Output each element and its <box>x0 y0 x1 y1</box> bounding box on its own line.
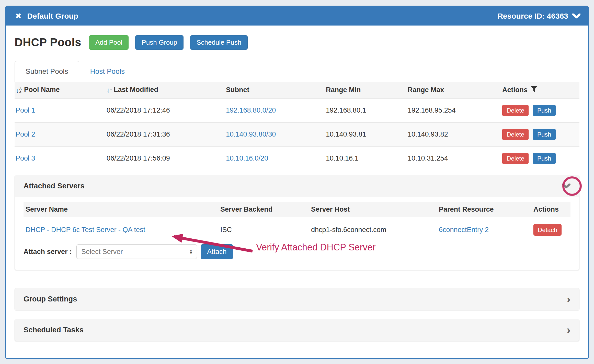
header-server-backend: Server Backend <box>218 202 309 217</box>
pool-modified: 06/22/2018 17:56:09 <box>104 146 223 170</box>
table-row-pool-3: Pool 3 06/22/2018 17:56:09 10.10.16.0/20… <box>15 146 579 170</box>
delete-pool-button[interactable]: Delete <box>502 129 529 140</box>
resource-id-label: Resource ID: 46363 <box>497 12 568 20</box>
pool-range-max: 10.140.93.82 <box>405 122 500 146</box>
group-settings-panel: Group Settings › <box>15 288 579 310</box>
attached-servers-header[interactable]: Attached Servers <box>15 175 579 197</box>
attach-button[interactable]: Attach <box>201 244 233 259</box>
pool-name-link[interactable]: Pool 1 <box>16 106 35 114</box>
server-backend: ISC <box>218 217 309 240</box>
attached-servers-panel: Attached Servers Server <box>15 175 579 270</box>
header-range-min: Range Min <box>323 82 405 98</box>
pool-name-link[interactable]: Pool 3 <box>16 154 35 162</box>
tab-subnet-pools[interactable]: Subnet Pools <box>15 61 79 82</box>
page-title: DHCP Pools <box>15 36 81 49</box>
header-server-actions: Actions <box>531 202 570 217</box>
server-host: dhcp1-sfo.6connect.com <box>309 217 436 240</box>
header-subnet: Subnet <box>223 82 323 98</box>
pool-range-min: 10.10.16.1 <box>323 146 405 170</box>
add-pool-button[interactable]: Add Pool <box>89 35 129 50</box>
header-range-max: Range Max <box>405 82 500 98</box>
close-icon[interactable]: ✖ <box>15 11 21 20</box>
scheduled-tasks-panel: Scheduled Tasks › <box>15 319 579 341</box>
attach-server-row: Attach server : Select Server ▲▼ Attach <box>24 244 570 259</box>
table-row-pool-1: Pool 1 06/22/2018 17:12:46 192.168.80.0/… <box>15 98 579 122</box>
header-server-host: Server Host <box>309 202 436 217</box>
pools-table-header-row: ↓AZPool Name ↓↑Last Modified Subnet Rang… <box>15 82 579 98</box>
group-header-bar: ✖ Default Group Resource ID: 46363 <box>6 6 588 26</box>
group-settings-header[interactable]: Group Settings › <box>15 288 579 310</box>
push-pool-button[interactable]: Push <box>533 105 556 116</box>
chevron-right-icon[interactable]: › <box>567 326 574 334</box>
pool-range-min: 10.140.93.81 <box>323 122 405 146</box>
attached-servers-title: Attached Servers <box>24 182 85 190</box>
header-last-modified[interactable]: ↓↑Last Modified <box>104 82 223 98</box>
header-chevron-down-icon[interactable] <box>572 14 580 19</box>
pool-tabs: Subnet Pools Host Pools <box>15 61 579 82</box>
tab-host-pools[interactable]: Host Pools <box>79 61 136 82</box>
card-body: DHCP Pools Add Pool Push Group Schedule … <box>6 26 588 341</box>
table-row-server: DHCP - DHCP 6c Test Server - QA test ISC… <box>24 217 570 240</box>
pool-range-max: 192.168.95.254 <box>405 98 500 122</box>
header-parent-resource: Parent Resource <box>436 202 531 217</box>
pool-subnet-link[interactable]: 10.140.93.80/30 <box>226 130 276 138</box>
scheduled-tasks-title: Scheduled Tasks <box>24 326 84 334</box>
delete-pool-button[interactable]: Delete <box>502 105 529 116</box>
pool-name-link[interactable]: Pool 2 <box>16 130 35 138</box>
header-right: Resource ID: 46363 <box>497 12 580 20</box>
push-group-button[interactable]: Push Group <box>135 35 184 50</box>
table-row-pool-2: Pool 2 06/22/2018 17:31:36 10.140.93.80/… <box>15 122 579 146</box>
select-server-value: Select Server <box>81 248 123 256</box>
pool-range-max: 10.10.31.254 <box>405 146 500 170</box>
detach-server-button[interactable]: Detach <box>533 224 562 236</box>
filter-icon[interactable] <box>531 86 538 93</box>
collapse-chevron-down-icon[interactable] <box>562 184 570 189</box>
pool-subnet-link[interactable]: 192.168.80.0/20 <box>226 106 276 114</box>
schedule-push-button[interactable]: Schedule Push <box>190 35 248 50</box>
chevron-right-icon[interactable]: › <box>567 296 574 303</box>
header-server-name: Server Name <box>24 202 218 217</box>
parent-resource-link[interactable]: 6connectEntry 2 <box>439 226 489 234</box>
pool-range-min: 192.168.80.1 <box>323 98 405 122</box>
pool-subnet-link[interactable]: 10.10.16.0/20 <box>226 154 268 162</box>
sort-both-icon: ↓↑ <box>107 86 112 94</box>
group-settings-title: Group Settings <box>24 295 77 303</box>
pool-modified: 06/22/2018 17:31:36 <box>104 122 223 146</box>
attached-servers-body: Server Name Server Backend Server Host P… <box>15 197 579 270</box>
dropdown-spinner-icon: ▲▼ <box>189 249 193 254</box>
attached-servers-table: Server Name Server Backend Server Host P… <box>24 202 570 240</box>
subnet-pools-table: ↓AZPool Name ↓↑Last Modified Subnet Rang… <box>15 82 579 171</box>
group-title: Default Group <box>27 12 78 20</box>
pool-modified: 06/22/2018 17:12:46 <box>104 98 223 122</box>
page-background: ✖ Default Group Resource ID: 46363 DHCP … <box>0 0 594 364</box>
scheduled-tasks-header[interactable]: Scheduled Tasks › <box>15 319 579 341</box>
header-actions: Actions <box>500 82 579 98</box>
sort-alpha-icon: ↓AZ <box>16 87 22 94</box>
server-name-link[interactable]: DHCP - DHCP 6c Test Server - QA test <box>26 226 145 234</box>
delete-pool-button[interactable]: Delete <box>502 153 529 164</box>
default-group-panel: ✖ Default Group Resource ID: 46363 DHCP … <box>5 6 589 359</box>
push-pool-button[interactable]: Push <box>533 129 556 140</box>
toolbar: DHCP Pools Add Pool Push Group Schedule … <box>15 35 579 50</box>
select-server-dropdown[interactable]: Select Server ▲▼ <box>76 244 197 259</box>
attach-server-label: Attach server : <box>24 248 72 256</box>
servers-table-header-row: Server Name Server Backend Server Host P… <box>24 202 570 217</box>
push-pool-button[interactable]: Push <box>533 153 556 164</box>
header-pool-name[interactable]: ↓AZPool Name <box>15 82 104 98</box>
